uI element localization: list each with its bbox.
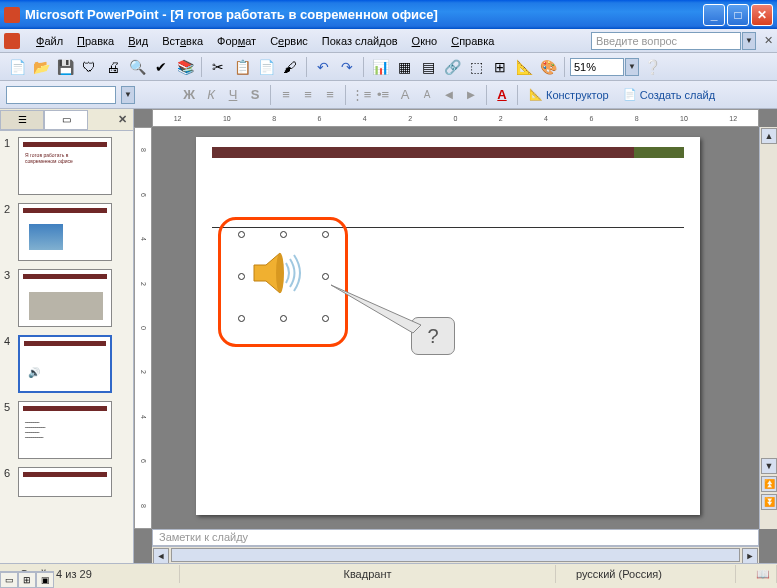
shadow-button[interactable]: S <box>245 87 265 102</box>
notes-input[interactable]: Заметки к слайду <box>152 529 759 546</box>
increase-font-icon[interactable]: A <box>395 87 415 102</box>
bold-button[interactable]: Ж <box>179 87 199 102</box>
paste-icon[interactable]: 📄 <box>255 56 277 78</box>
sorter-view-button[interactable]: ⊞ <box>18 572 36 588</box>
powerpoint-icon[interactable] <box>4 33 20 49</box>
close-panel-button[interactable]: ✕ <box>118 113 127 126</box>
menu-file[interactable]: Файл <box>30 33 69 49</box>
selection-handle[interactable] <box>238 273 245 280</box>
selection-handle[interactable] <box>238 231 245 238</box>
hyperlink-icon[interactable]: 🔗 <box>441 56 463 78</box>
vertical-ruler[interactable]: 864202468 <box>134 127 152 529</box>
ask-dropdown-icon[interactable]: ▼ <box>742 32 756 50</box>
italic-button[interactable]: К <box>201 87 221 102</box>
formatting-toolbar: ▼ Ж К Ч S ≡ ≡ ≡ ⋮≡ •≡ A A ◄ ► A 📐 Констр… <box>0 81 777 109</box>
menu-format[interactable]: Формат <box>211 33 262 49</box>
increase-indent-icon[interactable]: ► <box>461 84 481 106</box>
horizontal-ruler[interactable]: 12108642024681012 <box>152 109 759 127</box>
designer-button[interactable]: 📐 Конструктор <box>523 86 615 103</box>
tables-borders-icon[interactable]: ▤ <box>417 56 439 78</box>
slide-canvas[interactable]: ? <box>196 137 700 515</box>
scroll-down-icon[interactable]: ▼ <box>761 458 777 474</box>
outline-tab[interactable]: ☰ <box>0 110 44 130</box>
slide-thumbnail[interactable]: Я готов работать всовременном офисе <box>18 137 112 195</box>
selection-handle[interactable] <box>238 315 245 322</box>
print-icon[interactable]: 🖨 <box>102 56 124 78</box>
maximize-button[interactable]: □ <box>727 4 749 26</box>
new-file-icon[interactable]: 📄 <box>6 56 28 78</box>
slide-thumbnail[interactable]: ━━━━━━━━━━━━━━━━━━━━━━━━━━━━━━━━━ <box>18 401 112 459</box>
thumbnail-list: 1Я готов работать всовременном офисе 2 3… <box>0 131 133 563</box>
prev-slide-icon[interactable]: ⏫ <box>761 476 777 492</box>
minimize-button[interactable]: _ <box>703 4 725 26</box>
zoom-input[interactable]: 51% <box>570 58 624 76</box>
font-dropdown-icon[interactable]: ▼ <box>121 86 135 104</box>
preview-icon[interactable]: 🔍 <box>126 56 148 78</box>
doc-close-button[interactable]: ✕ <box>764 34 773 47</box>
open-icon[interactable]: 📂 <box>30 56 52 78</box>
selection-handle[interactable] <box>280 231 287 238</box>
decrease-font-icon[interactable]: A <box>417 89 437 100</box>
undo-icon[interactable]: ↶ <box>312 56 334 78</box>
horizontal-scrollbar[interactable]: ◄ ► <box>152 546 759 563</box>
spellcheck-icon[interactable]: ✔ <box>150 56 172 78</box>
color-icon[interactable]: 🎨 <box>537 56 559 78</box>
expand-icon[interactable]: ⬚ <box>465 56 487 78</box>
close-button[interactable]: ✕ <box>751 4 773 26</box>
save-icon[interactable]: 💾 <box>54 56 76 78</box>
menu-tools[interactable]: Сервис <box>264 33 314 49</box>
format-painter-icon[interactable]: 🖌 <box>279 56 301 78</box>
window-title: Microsoft PowerPoint - [Я готов работать… <box>25 7 703 22</box>
new-slide-button[interactable]: 📄 Создать слайд <box>617 86 721 103</box>
menu-help[interactable]: Справка <box>445 33 500 49</box>
permission-icon[interactable]: 🛡 <box>78 56 100 78</box>
ask-question-input[interactable]: Введите вопрос <box>591 32 741 50</box>
selection-handle[interactable] <box>322 231 329 238</box>
slides-tab[interactable]: ▭ <box>44 110 88 130</box>
menu-slideshow[interactable]: Показ слайдов <box>316 33 404 49</box>
sound-icon: 🔊 <box>28 367 40 378</box>
font-family-input[interactable] <box>6 86 116 104</box>
slide-thumbnail[interactable] <box>18 203 112 261</box>
selection-handle[interactable] <box>280 315 287 322</box>
research-icon[interactable]: 📚 <box>174 56 196 78</box>
slide-editor-area: 12108642024681012 864202468 <box>134 109 777 563</box>
cut-icon[interactable]: ✂ <box>207 56 229 78</box>
slideshow-view-button[interactable]: ▣ <box>36 572 54 588</box>
slide-thumbnail-selected[interactable]: 🔊 <box>18 335 112 393</box>
menu-insert[interactable]: Вставка <box>156 33 209 49</box>
align-right-icon[interactable]: ≡ <box>320 84 340 106</box>
help-icon[interactable]: ❔ <box>641 56 663 78</box>
scroll-up-icon[interactable]: ▲ <box>761 128 777 144</box>
grid-icon[interactable]: ⊞ <box>489 56 511 78</box>
scroll-right-icon[interactable]: ► <box>742 548 758 563</box>
underline-button[interactable]: Ч <box>223 87 243 102</box>
slide-thumbnail[interactable] <box>18 269 112 327</box>
menu-window[interactable]: Окно <box>406 33 444 49</box>
chart-icon[interactable]: 📊 <box>369 56 391 78</box>
align-center-icon[interactable]: ≡ <box>298 84 318 106</box>
scroll-left-icon[interactable]: ◄ <box>153 548 169 563</box>
standard-toolbar: 📄 📂 💾 🛡 🖨 🔍 ✔ 📚 ✂ 📋 📄 🖌 ↶ ↷ 📊 ▦ ▤ 🔗 ⬚ ⊞ … <box>0 53 777 81</box>
titlebar: Microsoft PowerPoint - [Я готов работать… <box>0 0 777 29</box>
menu-view[interactable]: Вид <box>122 33 154 49</box>
status-spellcheck-icon[interactable]: 📖 <box>736 565 777 583</box>
copy-icon[interactable]: 📋 <box>231 56 253 78</box>
ruler-icon[interactable]: 📐 <box>513 56 535 78</box>
slide-thumbnail[interactable] <box>18 467 112 497</box>
numbering-icon[interactable]: ⋮≡ <box>351 84 371 106</box>
bullets-icon[interactable]: •≡ <box>373 84 393 106</box>
menu-edit[interactable]: Правка <box>71 33 120 49</box>
align-left-icon[interactable]: ≡ <box>276 84 296 106</box>
decrease-indent-icon[interactable]: ◄ <box>439 84 459 106</box>
next-slide-icon[interactable]: ⏬ <box>761 494 777 510</box>
selection-handle[interactable] <box>322 273 329 280</box>
font-color-icon[interactable]: A <box>492 87 512 102</box>
table-icon[interactable]: ▦ <box>393 56 415 78</box>
sound-object-icon[interactable] <box>246 243 306 303</box>
normal-view-button[interactable]: ▭ <box>0 572 18 588</box>
zoom-dropdown-icon[interactable]: ▼ <box>625 58 639 76</box>
vertical-scrollbar[interactable]: ▲ ▼ ⏫ ⏬ <box>759 127 777 529</box>
redo-icon[interactable]: ↷ <box>336 56 358 78</box>
status-language[interactable]: русский (Россия) <box>556 565 736 583</box>
